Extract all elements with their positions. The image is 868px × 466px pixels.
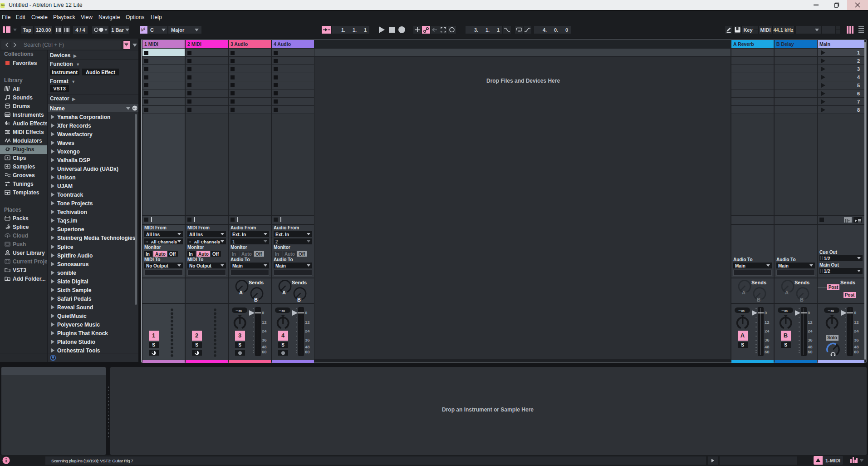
svg-text:B: B bbox=[800, 297, 804, 302]
svg-text:A: A bbox=[785, 290, 789, 295]
svg-text:B: B bbox=[297, 297, 301, 302]
svg-text:A: A bbox=[282, 290, 286, 295]
svg-text:A: A bbox=[742, 290, 745, 295]
svg-text:A: A bbox=[239, 290, 243, 295]
svg-text:B: B bbox=[254, 297, 258, 302]
svg-text:B: B bbox=[757, 297, 760, 302]
